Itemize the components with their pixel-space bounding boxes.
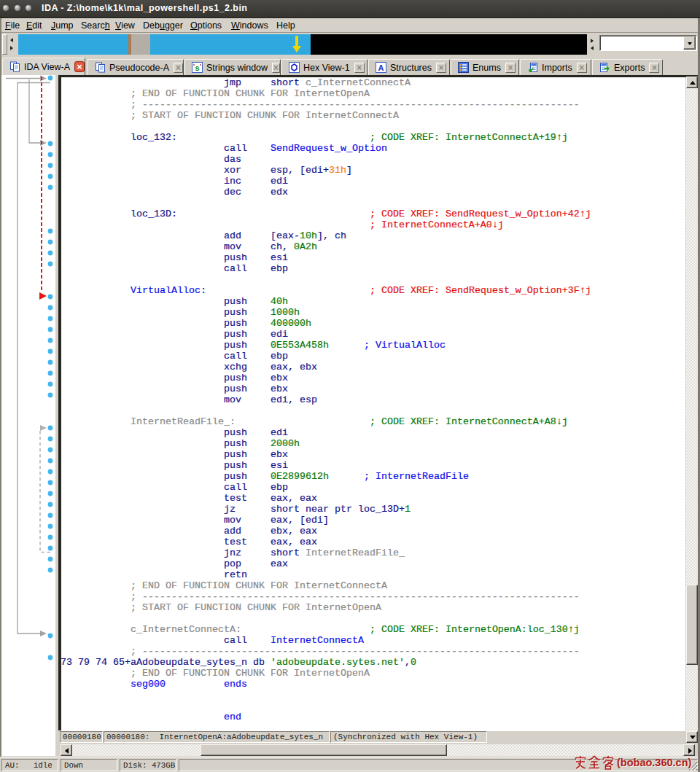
svg-text:A: A bbox=[378, 63, 384, 72]
svg-text:s: s bbox=[195, 63, 199, 72]
